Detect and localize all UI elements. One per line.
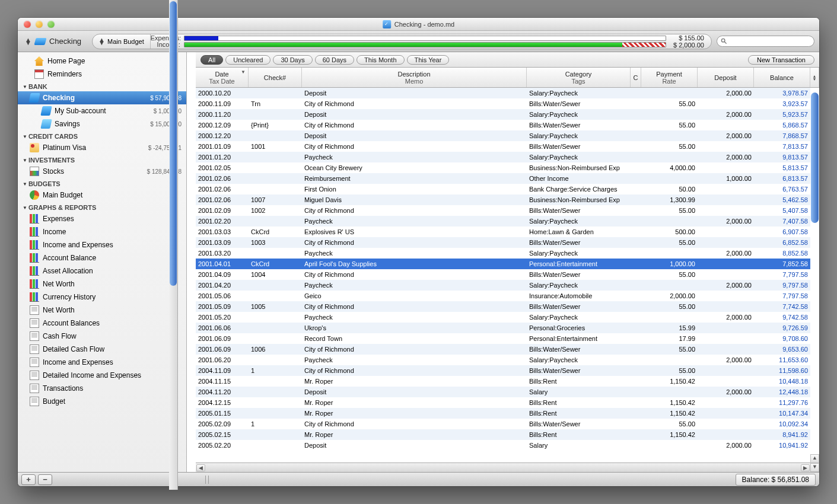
search-field[interactable] bbox=[717, 36, 814, 47]
table-row[interactable]: 2004.12.15Mr. RoperBills:Rent1,150.4211,… bbox=[196, 397, 810, 408]
table-row[interactable]: 2001.02.06ReimbursementOther Income1,000… bbox=[196, 173, 810, 184]
sidebar-item-currency-history[interactable]: Currency History bbox=[18, 291, 186, 304]
sidebar-item-account-balances[interactable]: Account Balances bbox=[18, 317, 186, 330]
sidebar-item-expenses[interactable]: Expenses bbox=[18, 212, 186, 225]
table-row[interactable]: 2001.01.091001City of RichmondBills:Wate… bbox=[196, 141, 810, 152]
svg-point-0 bbox=[721, 39, 725, 42]
col-description[interactable]: DescriptionMemo bbox=[302, 68, 527, 87]
sidebar-item-stocks[interactable]: Stocks$ 128,845.38 bbox=[18, 165, 186, 178]
sidebar-item-budget[interactable]: Budget bbox=[18, 395, 186, 408]
table-row[interactable]: 2001.02.091002City of RichmondBills:Wate… bbox=[196, 205, 810, 216]
sidebar-item-reminders[interactable]: Reminders bbox=[18, 68, 186, 81]
col-payment[interactable]: PaymentRate bbox=[641, 68, 698, 87]
titlebar[interactable]: ✓ Checking - demo.md bbox=[18, 18, 819, 31]
table-row[interactable]: 2000.11.09TrnCity of RichmondBills:Water… bbox=[196, 98, 810, 109]
col-check[interactable]: Check# bbox=[249, 68, 302, 87]
table-row[interactable]: 2001.03.20PaycheckSalary:Paycheck2,000.0… bbox=[196, 248, 810, 259]
table-row[interactable]: 2005.01.15Mr. RoperBills:Rent1,150.4210,… bbox=[196, 408, 810, 419]
splitter-handle[interactable] bbox=[205, 476, 209, 484]
filter-30-days[interactable]: 30 Days bbox=[273, 55, 312, 65]
table-row[interactable]: 2000.10.20DepositSalary:Paycheck2,000.00… bbox=[196, 88, 810, 98]
table-row[interactable]: 2000.11.20DepositSalary:Paycheck2,000.00… bbox=[196, 109, 810, 120]
sidebar-item-savings[interactable]: Savings$ 15,000.00 bbox=[18, 117, 186, 130]
sidebar-scrollbar[interactable] bbox=[169, 52, 178, 472]
account-selector[interactable]: ▲▼ Checking bbox=[23, 36, 87, 47]
filter-this-month[interactable]: This Month bbox=[357, 55, 404, 65]
filter-all[interactable]: All bbox=[201, 55, 223, 65]
filter-this-year[interactable]: This Year bbox=[407, 55, 450, 65]
scroll-right-icon[interactable]: ▶ bbox=[801, 464, 810, 471]
search-input[interactable] bbox=[730, 38, 810, 45]
sidebar-item-income-and-expenses[interactable]: Income and Expenses bbox=[18, 356, 186, 369]
table-row[interactable]: 2001.06.091006City of RichmondBills:Wate… bbox=[196, 344, 810, 355]
vertical-scrollbar[interactable]: ▲ ▼ bbox=[810, 88, 819, 472]
table-row[interactable]: 2001.04.20PaycheckSalary:Paycheck2,000.0… bbox=[196, 280, 810, 291]
table-row[interactable]: 2001.05.091005City of RichmondBills:Wate… bbox=[196, 301, 810, 312]
filter-60-days[interactable]: 60 Days bbox=[315, 55, 354, 65]
sidebar-item-net-worth[interactable]: Net Worth bbox=[18, 304, 186, 317]
table-row[interactable]: 2001.02.20PaycheckSalary:Paycheck2,000.0… bbox=[196, 216, 810, 227]
table-row[interactable]: 2001.06.20PaycheckSalary:Paycheck2,000.0… bbox=[196, 355, 810, 365]
sidebar-item-account-balance[interactable]: Account Balance bbox=[18, 251, 186, 264]
sidebar-item-net-worth[interactable]: Net Worth bbox=[18, 277, 186, 291]
sidebar-item-platinum-visa[interactable]: Platinum Visa$ -24,751.51 bbox=[18, 141, 186, 154]
table-row[interactable]: 2001.02.061007Miguel DavisBusiness:Non-R… bbox=[196, 194, 810, 205]
sidebar-item-detailed-cash-flow[interactable]: Detailed Cash Flow bbox=[18, 343, 186, 356]
sidebar-header-budgets[interactable]: ▼BUDGETS bbox=[18, 178, 186, 189]
sidebar-item-asset-allocation[interactable]: Asset Allocation bbox=[18, 264, 186, 277]
col-balance[interactable]: Balance bbox=[754, 68, 810, 87]
table-row[interactable]: 2005.02.20DepositSalary2,000.0010,941.92 bbox=[196, 440, 810, 451]
col-date[interactable]: Date▼Tax Date bbox=[196, 68, 249, 87]
table-row[interactable]: 2004.11.091City of RichmondBills:Water/S… bbox=[196, 365, 810, 376]
cell-category: Bills:Rent bbox=[527, 378, 631, 385]
sidebar-item-income-and-expenses[interactable]: Income and Expenses bbox=[18, 238, 186, 251]
sidebar-item-transactions[interactable]: Transactions bbox=[18, 382, 186, 395]
table-row[interactable]: 2001.06.09Record TownPersonal:Entertainm… bbox=[196, 333, 810, 344]
close-icon[interactable] bbox=[24, 21, 31, 28]
budget-selector[interactable]: ▲▼ Main Budget bbox=[93, 34, 151, 49]
sidebar-item-income[interactable]: Income bbox=[18, 225, 186, 238]
table-row[interactable]: 2001.05.20PaycheckSalary:Paycheck2,000.0… bbox=[196, 312, 810, 323]
scroll-up-icon[interactable]: ▲ bbox=[810, 454, 819, 463]
table-row[interactable]: 2000.12.09{Print}City of RichmondBills:W… bbox=[196, 120, 810, 130]
table-row[interactable]: 2001.01.20PaycheckSalary:Paycheck2,000.0… bbox=[196, 152, 810, 162]
filter-uncleared[interactable]: Uncleared bbox=[225, 55, 270, 65]
col-deposit[interactable]: Deposit bbox=[698, 68, 754, 87]
table-row[interactable]: 2001.02.06First OnionBank Charge:Service… bbox=[196, 184, 810, 194]
table-row[interactable]: 2001.03.091003City of RichmondBills:Wate… bbox=[196, 237, 810, 248]
table-row[interactable]: 2001.02.05Ocean City BreweryBusiness:Non… bbox=[196, 162, 810, 173]
sidebar-item-checking[interactable]: Checking$ 57,906.08 bbox=[18, 91, 186, 104]
table-row[interactable]: 2004.11.15Mr. RoperBills:Rent1,150.4210,… bbox=[196, 376, 810, 387]
table-row[interactable]: 2004.11.20DepositSalary2,000.0012,448.18 bbox=[196, 387, 810, 397]
table-row[interactable]: 2001.04.01CkCrdApril Fool's Day Supplies… bbox=[196, 259, 810, 269]
sidebar-item-detailed-income-and-expenses[interactable]: Detailed Income and Expenses bbox=[18, 369, 186, 382]
sidebar-header-bank[interactable]: ▼BANK bbox=[18, 81, 186, 91]
new-transaction-button[interactable]: New Transaction bbox=[748, 55, 814, 65]
sidebar-item-cash-flow[interactable]: Cash Flow bbox=[18, 330, 186, 343]
sidebar-item-home-page[interactable]: Home Page bbox=[18, 55, 186, 68]
cell-date: 2001.06.20 bbox=[196, 356, 249, 363]
sidebar-item-main-budget[interactable]: Main Budget bbox=[18, 189, 186, 202]
remove-button[interactable]: − bbox=[38, 474, 52, 485]
horizontal-scrollbar[interactable]: ◀ ▶ bbox=[196, 462, 810, 472]
col-options[interactable]: ▲▼ bbox=[810, 68, 819, 87]
table-row[interactable]: 2001.05.06GeicoInsurance:Automobile2,000… bbox=[196, 291, 810, 301]
add-button[interactable]: + bbox=[21, 474, 36, 485]
minimize-icon[interactable] bbox=[36, 21, 43, 28]
sidebar-item-my-sub-account[interactable]: My Sub-account$ 1,000.00 bbox=[18, 104, 186, 117]
sidebar-header-investments[interactable]: ▼INVESTMENTS bbox=[18, 154, 186, 165]
sidebar-header-credit-cards[interactable]: ▼CREDIT CARDS bbox=[18, 130, 186, 141]
zoom-icon[interactable] bbox=[47, 21, 55, 28]
table-row[interactable]: 2005.02.15Mr. RoperBills:Rent1,150.428,9… bbox=[196, 429, 810, 440]
cell-balance: 10,448.18 bbox=[754, 378, 810, 385]
table-row[interactable]: 2001.06.06Ukrop'sPersonal:Groceries15.99… bbox=[196, 323, 810, 333]
table-row[interactable]: 2001.03.03CkCrdExplosives R' USHome:Lawn… bbox=[196, 227, 810, 237]
col-cleared[interactable]: C bbox=[631, 68, 641, 87]
table-row[interactable]: 2005.02.091City of RichmondBills:Water/S… bbox=[196, 419, 810, 429]
table-row[interactable]: 2000.12.20DepositSalary:Paycheck2,000.00… bbox=[196, 130, 810, 141]
sidebar-header-graphs-reports[interactable]: ▼GRAPHS & REPORTS bbox=[18, 202, 186, 212]
table-row[interactable]: 2001.04.091004City of RichmondBills:Wate… bbox=[196, 269, 810, 280]
scroll-down-icon[interactable]: ▼ bbox=[810, 463, 819, 472]
scroll-left-icon[interactable]: ◀ bbox=[196, 464, 205, 471]
col-category[interactable]: CategoryTags bbox=[527, 68, 631, 87]
